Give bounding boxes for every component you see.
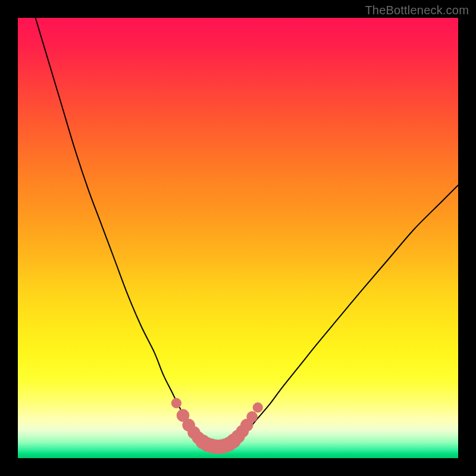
bottleneck-curve <box>36 18 458 447</box>
data-marker <box>171 398 181 408</box>
data-marker <box>247 412 258 422</box>
plot-area <box>18 18 458 458</box>
marker-group <box>171 398 262 453</box>
data-marker <box>253 403 262 412</box>
watermark-text: TheBottleneck.com <box>365 4 469 17</box>
chart-svg <box>18 18 458 458</box>
chart-frame: TheBottleneck.com <box>0 0 476 476</box>
